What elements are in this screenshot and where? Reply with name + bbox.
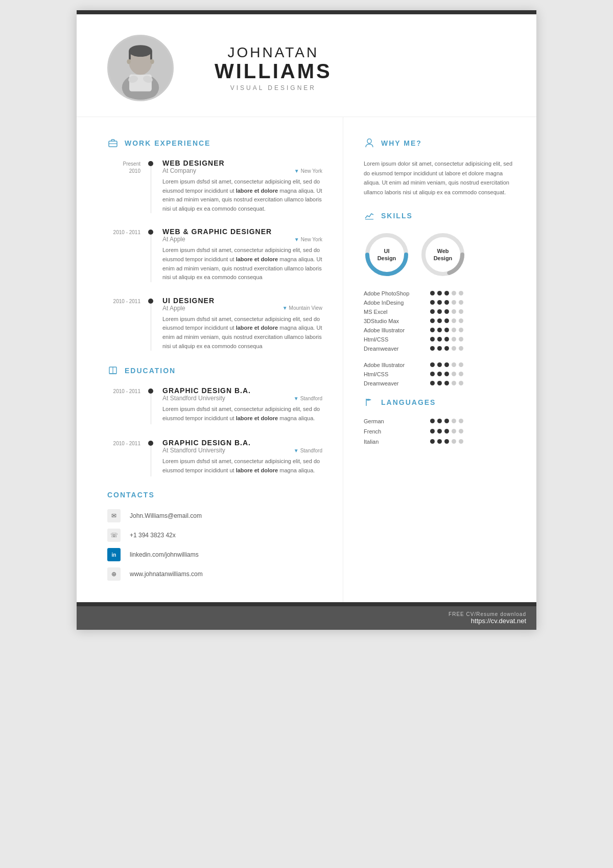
chart-icon [364,210,375,221]
dot [430,337,435,341]
edu-date-1: 2010 - 2011 [107,386,148,424]
timeline-line [151,166,151,213]
job-title-1: WEB DESIGNER [162,159,322,167]
dot [444,346,449,351]
timeline-dot [148,161,153,166]
pin-icon: ▼ [294,168,299,174]
dot [452,291,456,295]
job-title-3: UI DESIGNER [162,296,322,305]
job-location-2: ▼ New York [294,237,322,242]
svg-text:Design: Design [434,255,453,261]
skill-row: French [364,428,516,435]
school-2: At Standford University [162,447,225,454]
job-date-3: 2010 - 2011 [107,296,148,351]
job-company-1: At Company [162,167,196,174]
email-icon: ✉ [107,509,121,522]
right-column: WHY ME? Lorem ipsum dolor sit amet, cons… [343,117,536,602]
skill-dots [430,300,463,305]
timeline-line [151,446,151,476]
job-location-3: ▼ Mountain View [282,305,322,311]
job-desc-3: Lorem ipsum dsfsd sit amet, consectetur … [162,315,322,351]
svg-text:UI: UI [384,248,390,254]
timeline-indicator-edu-2 [148,439,153,476]
job-date-2: 2010 - 2011 [107,227,148,282]
dot [437,346,442,351]
skill-name: Html/CSS [364,371,425,377]
skill-dots [430,429,463,433]
skill-dots [430,328,463,332]
dot [444,362,449,367]
dot [444,309,449,314]
dot [452,346,456,351]
dot [452,372,456,376]
dot [452,439,456,444]
header-name-block: JOHNATAN WILLIAMS VISUAL DESIGNER [215,44,332,92]
dot [437,372,442,376]
skill-bars-group2: Adobe Illustrator Html/CSS [364,362,516,386]
website-value: www.johnatanwilliams.com [130,570,203,578]
job-company-2: At Apple [162,236,185,243]
contact-email: ✉ John.Williams@email.com [107,509,322,522]
dot [452,309,456,314]
svg-point-6 [129,45,152,57]
contact-linkedin: in linkedin.com/johnwilliams [107,548,322,561]
skill-name: Dreamweaver [364,380,425,386]
school-1: At Standford University [162,395,225,402]
job-title-2: WEB & GRAPHIC DESIGNER [162,227,322,236]
table-row: 2010 - 2011 GRAPHIC DESIGN B.A. At Stand… [107,386,322,424]
timeline-indicator-edu-1 [148,386,153,424]
dot [444,439,449,444]
skill-name: Adobe InDesing [364,300,425,306]
contact-phone: ☏ +1 394 3823 42x [107,529,322,542]
job-title: VISUAL DESIGNER [215,84,332,92]
dot [430,291,435,295]
dot [437,318,442,323]
timeline-line [151,304,151,351]
circle-web: Web Design [420,232,466,278]
main-content: WORK EXPERIENCE Present 2010 WEB DESIGNE… [77,117,536,602]
job-company-row-1: At Company ▼ New York [162,167,322,174]
contacts-title: CONTACTS [107,491,322,499]
globe-icon: ⊕ [107,567,121,581]
dot [430,318,435,323]
dot [430,362,435,367]
skills-heading: SKILLS [381,212,413,220]
edu-location-2: ▼ Standford [294,448,322,453]
skill-dots [430,309,463,314]
avatar [107,35,174,101]
skill-row: German [364,418,516,424]
edu-location-1: ▼ Standford [294,396,322,401]
dot [430,381,435,385]
job-content-2: WEB & GRAPHIC DESIGNER At Apple ▼ New Yo… [162,227,322,282]
circle-ui: UI Design [364,232,410,278]
footer: FREE CV/Resume download https://cv.devat… [77,606,536,630]
dot [437,381,442,385]
contacts-heading: CONTACTS [107,491,155,499]
dot [437,362,442,367]
dot [430,328,435,332]
left-column: WORK EXPERIENCE Present 2010 WEB DESIGNE… [77,117,343,602]
job-content-3: UI DESIGNER At Apple ▼ Mountain View Lor… [162,296,322,351]
pin-icon: ▼ [294,448,299,453]
degree-2: GRAPHIC DESIGN B.A. [162,439,322,447]
dot [437,309,442,314]
pin-icon: ▼ [294,237,299,242]
edu-school-row-2: At Standford University ▼ Standford [162,447,322,454]
dot [430,439,435,444]
dot [459,362,463,367]
footer-url: https://cv.devat.net [87,617,526,625]
svg-point-16 [367,139,371,144]
linkedin-value: linkedin.com/johnwilliams [130,551,199,558]
education-title: EDUCATION [107,365,322,376]
dot [452,337,456,341]
skill-row: Html/CSS [364,371,516,377]
language-name: French [364,428,425,435]
languages-heading: LANGUAGES [381,398,436,406]
education-heading: EDUCATION [125,367,176,375]
edu-desc-1: Lorem ipsum dsfsd sit amet, consectetur … [162,405,322,423]
last-name: WILLIAMS [215,61,332,81]
education-timeline: 2010 - 2011 GRAPHIC DESIGN B.A. At Stand… [107,386,322,476]
skill-dots [430,318,463,323]
edu-content-2: GRAPHIC DESIGN B.A. At Standford Univers… [162,439,322,476]
dot [430,300,435,305]
